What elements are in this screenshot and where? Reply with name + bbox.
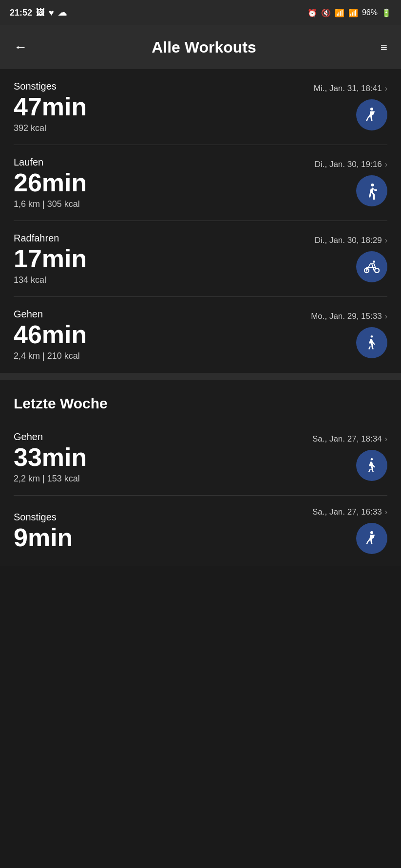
back-button[interactable]: ← — [14, 39, 27, 55]
workout-type: Sonstiges — [14, 512, 73, 523]
workout-duration: 46min — [14, 322, 87, 347]
chevron-right-icon: › — [385, 84, 387, 93]
battery-percent: 96% — [362, 8, 378, 17]
workout-activity-icon — [356, 251, 387, 282]
filter-button[interactable]: ≡ — [381, 40, 387, 54]
workout-right: Di., Jan. 30, 19:16 › — [315, 160, 387, 206]
chevron-right-icon: › — [385, 160, 387, 169]
workout-date: Sa., Jan. 27, 18:34 › — [312, 434, 387, 444]
workout-left: Sonstiges 47min 392 kcal — [14, 81, 87, 133]
workout-duration: 26min — [14, 170, 87, 195]
workout-right: Mi., Jan. 31, 18:41 › — [314, 84, 387, 130]
section-last-week: Letzte Woche Gehen 33min 2,2 km | 153 kc… — [0, 380, 401, 566]
chevron-right-icon: › — [385, 236, 387, 245]
cloud-icon: ☁ — [58, 7, 67, 18]
workout-type: Laufen — [14, 157, 87, 168]
section-current-week: Sonstiges 47min 392 kcal Mi., Jan. 31, 1… — [0, 69, 401, 373]
workout-right: Sa., Jan. 27, 16:33 › — [312, 507, 387, 554]
workout-activity-icon — [356, 175, 387, 206]
svg-point-1 — [371, 184, 374, 186]
workout-left: Gehen 46min 2,4 km | 210 kcal — [14, 309, 87, 361]
alarm-icon: ⏰ — [307, 8, 317, 18]
svg-point-3 — [375, 268, 379, 273]
workout-type: Gehen — [14, 431, 87, 443]
heart-icon: ♥ — [49, 8, 54, 18]
workout-date: Di., Jan. 30, 18:29 › — [315, 236, 387, 245]
svg-point-6 — [371, 458, 373, 461]
workout-date: Di., Jan. 30, 19:16 › — [315, 160, 387, 169]
battery-icon: 🔋 — [382, 8, 391, 18]
workout-right: Sa., Jan. 27, 18:34 › — [312, 434, 387, 481]
section-header: Letzte Woche — [0, 380, 401, 420]
workout-right: Mo., Jan. 29, 15:33 › — [311, 312, 387, 358]
workout-stats: 134 kcal — [14, 275, 87, 285]
section-divider — [0, 373, 401, 380]
svg-point-7 — [370, 531, 373, 534]
workout-stats: 2,4 km | 210 kcal — [14, 351, 87, 361]
photo-icon: 🖼 — [36, 8, 45, 18]
workout-duration: 17min — [14, 246, 87, 271]
workout-left: Radfahren 17min 134 kcal — [14, 233, 87, 285]
svg-point-4 — [373, 260, 375, 263]
workout-stats: 2,2 km | 153 kcal — [14, 474, 87, 484]
workout-activity-icon — [356, 450, 387, 481]
workout-date: Sa., Jan. 27, 16:33 › — [312, 507, 387, 517]
workout-date: Mo., Jan. 29, 15:33 › — [311, 312, 387, 321]
mute-icon: 🔇 — [321, 8, 331, 18]
workouts-container: Sonstiges 47min 392 kcal Mi., Jan. 31, 1… — [0, 69, 401, 566]
workout-date: Mi., Jan. 31, 18:41 › — [314, 84, 387, 93]
workout-activity-icon — [356, 523, 387, 554]
chevron-right-icon: › — [385, 435, 387, 443]
signal-icon: 📶 — [348, 8, 358, 18]
workout-type: Radfahren — [14, 233, 87, 244]
status-bar: 21:52 🖼 ♥ ☁ ⏰ 🔇 📶 📶 96% 🔋 — [0, 0, 401, 25]
svg-point-5 — [371, 335, 373, 338]
workout-item[interactable]: Laufen 26min 1,6 km | 305 kcal Di., Jan.… — [0, 145, 401, 221]
status-right-area: ⏰ 🔇 📶 📶 96% 🔋 — [307, 8, 391, 18]
workout-item[interactable]: Gehen 46min 2,4 km | 210 kcal Mo., Jan. … — [0, 297, 401, 373]
workout-left: Laufen 26min 1,6 km | 305 kcal — [14, 157, 87, 209]
workout-item[interactable]: Sonstiges 9min Sa., Jan. 27, 16:33 › — [0, 496, 401, 566]
workout-type: Gehen — [14, 309, 87, 320]
nav-bar: ← Alle Workouts ≡ — [0, 25, 401, 69]
status-time: 21:52 — [10, 8, 32, 18]
workout-activity-icon — [356, 327, 387, 358]
chevron-right-icon: › — [385, 508, 387, 517]
chevron-right-icon: › — [385, 312, 387, 321]
wifi-icon: 📶 — [335, 8, 344, 18]
workout-activity-icon — [356, 99, 387, 130]
status-time-area: 21:52 🖼 ♥ ☁ — [10, 7, 67, 18]
workout-item[interactable]: Radfahren 17min 134 kcal Di., Jan. 30, 1… — [0, 221, 401, 297]
svg-point-0 — [370, 108, 373, 111]
workout-duration: 47min — [14, 94, 87, 119]
workout-type: Sonstiges — [14, 81, 87, 92]
workout-left: Sonstiges 9min — [14, 512, 73, 550]
workout-right: Di., Jan. 30, 18:29 › — [315, 236, 387, 282]
workout-item[interactable]: Sonstiges 47min 392 kcal Mi., Jan. 31, 1… — [0, 69, 401, 145]
workout-stats: 392 kcal — [14, 123, 87, 133]
workout-stats: 1,6 km | 305 kcal — [14, 199, 87, 209]
workout-duration: 33min — [14, 444, 87, 470]
workout-item[interactable]: Gehen 33min 2,2 km | 153 kcal Sa., Jan. … — [0, 420, 401, 496]
page-title: Alle Workouts — [152, 38, 256, 56]
workout-left: Gehen 33min 2,2 km | 153 kcal — [14, 431, 87, 484]
workout-duration: 9min — [14, 525, 73, 550]
